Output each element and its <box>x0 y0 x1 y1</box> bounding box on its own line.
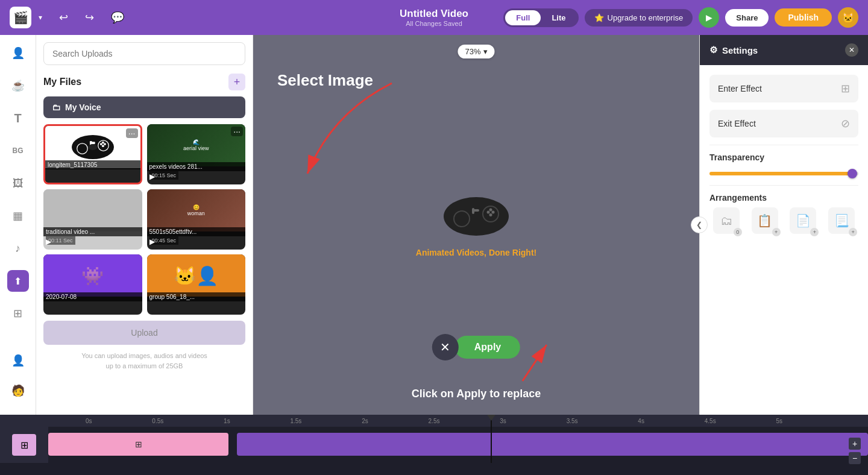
settings-body: Enter Effect ⊞ Exit Effect ⊘ Transparenc… <box>700 65 868 244</box>
timeline-area: 0s 0.5s 1s 1.5s 2s 2.5s 3s 3.5s 4s 4.5s … <box>0 415 868 475</box>
timeline-playhead[interactable] <box>491 415 492 463</box>
file-name-pexels-label: pexels videos 281... <box>147 162 246 171</box>
exit-effect-icon: ⊘ <box>841 117 850 130</box>
upgrade-button[interactable]: ⭐ Upgrade to enterprise <box>585 9 693 27</box>
svg-point-6 <box>104 143 106 145</box>
file-play-pexels-icon[interactable]: ▶ <box>149 172 155 181</box>
svg-point-11 <box>444 197 509 236</box>
settings-header-left: ⚙ Settings <box>709 45 758 55</box>
sidebar-item-avatar[interactable]: 👤 <box>7 42 29 64</box>
exit-effect-row[interactable]: Exit Effect ⊘ <box>709 110 858 137</box>
transparency-slider-container[interactable] <box>709 165 858 178</box>
enter-effect-icon: ⊞ <box>841 82 850 95</box>
apply-arrow-svg <box>511 339 559 387</box>
file-play-traditional-icon[interactable]: ▶ <box>46 238 51 246</box>
file-dots-pexels-icon[interactable]: ··· <box>231 127 243 136</box>
sidebar-item-table[interactable]: ▦ <box>7 205 29 227</box>
apply-controls: ✕ Apply <box>432 334 520 360</box>
track-segment-1[interactable]: ⊞ <box>48 433 228 456</box>
file-item-woman[interactable]: 😊woman 5501s505ettdftv... 00:45 Sec ▶ <box>147 189 246 250</box>
my-voice-button[interactable]: 🗀 My Voice <box>43 96 245 118</box>
svg-point-17 <box>492 211 495 214</box>
undo-button[interactable]: ↩ <box>54 8 73 27</box>
select-image-label: Select Image <box>277 71 373 90</box>
share-button[interactable]: Share <box>725 9 769 27</box>
gear-icon: ⚙ <box>709 45 717 55</box>
transparency-slider-thumb[interactable] <box>848 169 857 178</box>
arrangements-section: Arrangements 🗂 0 📋 + <box>709 193 858 234</box>
file-item-monster2[interactable]: 🐱‍👤 group 506_18_... <box>147 254 246 315</box>
comment-button[interactable]: 💬 <box>106 8 129 27</box>
arrangement-icon-3: 📃 + <box>828 207 855 234</box>
file-item-traditional[interactable]: traditional video ... 00:11 Sec ▶ <box>43 189 142 250</box>
zoom-in-button[interactable]: + <box>849 438 861 450</box>
canvas-gamepad-icon <box>440 192 512 241</box>
play-preview-button[interactable]: ▶ <box>699 7 719 28</box>
topbar-right: Full Lite ⭐ Upgrade to enterprise ▶ Shar… <box>503 7 858 28</box>
publish-button[interactable]: Publish <box>775 8 832 27</box>
sidebar-icons: 👤 ☕ T BG 🖼 ▦ ♪ ⬆ ⊞ 👤 🧑 <box>0 35 36 415</box>
topbar-chevron-icon[interactable]: ▾ <box>39 13 42 22</box>
ruler-1s: 1s <box>192 418 262 424</box>
arrangement-item-2[interactable]: 📄 + <box>787 207 820 234</box>
title-area: Untitled Video All Changes Saved <box>400 8 468 27</box>
file-item-pexels[interactable]: 🌊aerial view ··· pexels videos 281... 00… <box>147 124 246 184</box>
ruler-3s: 3s <box>468 418 538 424</box>
collapse-panel-button[interactable]: ❮ <box>691 216 708 233</box>
sidebar-item-text[interactable]: T <box>7 107 29 129</box>
file-play-woman-icon[interactable]: ▶ <box>149 238 155 246</box>
avatar[interactable]: 🐱 <box>838 7 858 28</box>
canvas-tagline: Animated Videos, Done Right! <box>416 248 536 257</box>
ruler-1.5s: 1.5s <box>262 418 331 424</box>
file-item-monster1[interactable]: 👾 2020-07-08 <box>43 254 142 315</box>
zoom-badge[interactable]: 73% ▾ <box>458 45 494 58</box>
track-label: ⊞ <box>0 427 48 463</box>
sidebar-item-upload[interactable]: ⬆ <box>7 270 29 292</box>
upload-button[interactable]: Upload <box>43 321 245 345</box>
sidebar-item-coffee[interactable]: ☕ <box>7 75 29 96</box>
playhead-triangle <box>487 415 495 421</box>
file-name-label: longitem_5117305 <box>45 160 140 169</box>
timeline-ruler: 0s 0.5s 1s 1.5s 2s 2.5s 3s 3.5s 4s 4.5s … <box>0 415 868 427</box>
sidebar-item-person[interactable]: 🧑 <box>7 380 29 401</box>
arrangement-icon-2: 📄 + <box>790 207 816 234</box>
apply-hint-area: Click on Apply to replace <box>412 388 541 400</box>
sidebar-item-image[interactable]: 🖼 <box>7 172 29 194</box>
settings-header: ⚙ Settings ✕ <box>700 35 868 65</box>
lite-toggle-button[interactable]: Lite <box>541 10 576 25</box>
my-files-title: My Files <box>43 77 81 87</box>
timeline-tracks: ⊞ ⊞ + − <box>0 427 868 463</box>
chevron-down-icon: ▾ <box>483 47 488 56</box>
star-icon: ⭐ <box>594 13 604 22</box>
app-logo[interactable]: 🎬 <box>10 7 31 28</box>
sidebar-item-grid[interactable]: ⊞ <box>7 303 29 324</box>
track-segment-2[interactable] <box>237 433 868 456</box>
zoom-out-button[interactable]: − <box>849 452 861 464</box>
sidebar-item-user-profile[interactable]: 👤 <box>7 350 29 371</box>
redo-button[interactable]: ↪ <box>80 8 99 27</box>
svg-point-9 <box>88 144 97 150</box>
search-uploads-input[interactable] <box>43 42 245 65</box>
file-item-gamepad[interactable]: ··· longitem_5117305 <box>43 124 142 184</box>
click-apply-hint: Click on Apply to replace <box>412 388 541 400</box>
arrangement-item-0[interactable]: 🗂 0 <box>709 207 743 234</box>
full-toggle-button[interactable]: Full <box>505 10 541 25</box>
file-name-traditional: traditional video ... <box>43 227 142 236</box>
ruler-0s: 0s <box>54 418 124 424</box>
file-dots-icon[interactable]: ··· <box>126 128 138 138</box>
add-file-button[interactable]: + <box>228 74 245 90</box>
arrangement-item-1[interactable]: 📋 + <box>748 207 782 234</box>
svg-point-1 <box>77 143 88 154</box>
enter-effect-row[interactable]: Enter Effect ⊞ <box>709 75 858 102</box>
sidebar-bottom: 👤 🧑 <box>7 350 29 407</box>
ruler-4s: 4s <box>606 418 676 424</box>
settings-close-button[interactable]: ✕ <box>845 43 858 57</box>
folder-icon: 🗀 <box>52 102 60 112</box>
arrangements-grid: 🗂 0 📋 + 📄 + <box>709 207 858 234</box>
sidebar-item-bg[interactable]: BG <box>7 140 29 162</box>
file-name-monster1: 2020-07-08 <box>43 292 142 301</box>
arrangement-item-3[interactable]: 📃 + <box>825 207 858 234</box>
cancel-apply-button[interactable]: ✕ <box>432 334 459 360</box>
transparency-slider[interactable] <box>709 172 858 175</box>
sidebar-item-music[interactable]: ♪ <box>7 238 29 259</box>
